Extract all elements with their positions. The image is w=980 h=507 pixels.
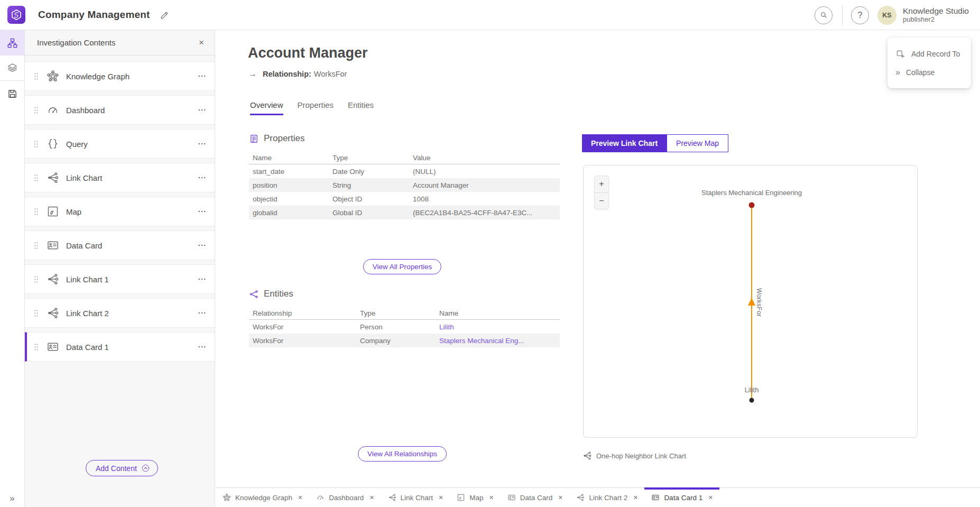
close-tab-icon[interactable]: × bbox=[439, 493, 443, 502]
bottom-tab-bar: Knowledge Graph × Dashboard × Link Chart… bbox=[216, 487, 980, 507]
close-tab-icon[interactable]: × bbox=[708, 493, 713, 502]
overflow-menu-icon[interactable] bbox=[197, 274, 207, 284]
relationship-subtitle: → Relationship: WorksFor bbox=[248, 69, 347, 79]
edit-title-icon[interactable] bbox=[160, 10, 170, 20]
drag-handle-icon[interactable] bbox=[32, 140, 41, 149]
entities-table: Relationship Type Name WorksFor Person L… bbox=[249, 307, 560, 347]
user-avatar[interactable]: KS bbox=[877, 6, 896, 25]
bottom-tab-label: Knowledge Graph bbox=[235, 494, 292, 502]
drag-handle-icon[interactable] bbox=[32, 173, 41, 182]
sidebar-item-label: Link Chart bbox=[66, 173, 102, 182]
link-chart-preview-panel[interactable]: + − Staplers Mechanical Engineering Work… bbox=[583, 165, 918, 438]
sidebar-item-map[interactable]: Map bbox=[25, 197, 215, 226]
view-all-properties-button[interactable]: View All Properties bbox=[363, 259, 441, 274]
table-header-row: Name Type Value bbox=[249, 152, 560, 164]
sidebar-item-query[interactable]: Query bbox=[25, 129, 215, 159]
close-tab-icon[interactable]: × bbox=[633, 493, 637, 502]
page-title: Account Manager bbox=[248, 45, 368, 61]
sidebar-item-link-chart-2[interactable]: Link Chart 2 bbox=[25, 298, 215, 328]
expand-panel-icon[interactable]: » bbox=[0, 493, 24, 504]
person-node[interactable] bbox=[750, 398, 754, 403]
properties-section-title: Properties bbox=[264, 133, 304, 144]
sidebar-item-label: Query bbox=[66, 140, 88, 149]
collapse-icon: » bbox=[895, 68, 900, 77]
relationship-value: WorksFor bbox=[314, 70, 347, 78]
overflow-menu-icon[interactable] bbox=[197, 207, 207, 216]
menu-item-collapse[interactable]: » Collapse bbox=[887, 63, 971, 81]
overflow-menu-icon[interactable] bbox=[197, 342, 207, 352]
data-card-icon bbox=[47, 239, 59, 252]
sidebar-item-dashboard[interactable]: Dashboard bbox=[25, 95, 215, 125]
bottom-tab-label: Dashboard bbox=[329, 494, 364, 502]
add-content-button[interactable]: Add Content bbox=[86, 460, 158, 476]
close-tab-icon[interactable]: × bbox=[489, 493, 493, 502]
drag-handle-icon[interactable] bbox=[32, 309, 41, 318]
search-icon bbox=[819, 11, 828, 20]
edge-label: WorksFor bbox=[755, 288, 763, 317]
help-button[interactable]: ? bbox=[851, 6, 869, 24]
preview-link-chart-button[interactable]: Preview Link Chart bbox=[582, 134, 667, 152]
main-content: Account Manager → Relationship: WorksFor… bbox=[216, 30, 980, 487]
query-icon bbox=[47, 137, 59, 150]
company-node-label[interactable]: Staplers Mechanical Engineering bbox=[701, 189, 802, 197]
bottom-tab-data-card[interactable]: Data Card × bbox=[501, 488, 570, 507]
drag-handle-icon[interactable] bbox=[32, 207, 41, 216]
sidebar-item-link-chart-1[interactable]: Link Chart 1 bbox=[25, 264, 215, 294]
preview-map-button[interactable]: Preview Map bbox=[667, 134, 728, 152]
app-logo-icon[interactable] bbox=[7, 6, 25, 24]
menu-item-add-record-to[interactable]: Add Record To bbox=[887, 44, 971, 63]
overflow-menu-icon[interactable] bbox=[197, 241, 207, 250]
bottom-tab-label: Map bbox=[469, 494, 483, 502]
sidebar-item-label: Link Chart 2 bbox=[66, 309, 109, 318]
column-header: Type bbox=[332, 154, 413, 162]
sidebar-item-knowledge-graph[interactable]: Knowledge Graph bbox=[25, 61, 215, 91]
investigation-title: Company Management bbox=[38, 9, 150, 21]
arrow-right-icon: → bbox=[248, 69, 257, 79]
person-node-label[interactable]: Lilith bbox=[745, 386, 759, 394]
bottom-tab-link-chart[interactable]: Link Chart × bbox=[381, 488, 450, 507]
entity-link-lilith[interactable]: Lilith bbox=[439, 323, 454, 331]
drag-handle-icon[interactable] bbox=[32, 343, 41, 352]
knowledge-graph-icon bbox=[223, 493, 231, 502]
entity-link-staplers[interactable]: Staplers Mechanical Eng... bbox=[439, 337, 524, 345]
bottom-tab-link-chart-2[interactable]: Link Chart 2 × bbox=[569, 488, 644, 507]
overflow-menu-icon[interactable] bbox=[197, 308, 207, 318]
zoom-out-button[interactable]: − bbox=[595, 193, 608, 209]
sidebar-item-data-card-1[interactable]: Data Card 1 bbox=[25, 332, 215, 362]
link-chart-icon bbox=[47, 273, 59, 285]
left-icon-rail: » bbox=[0, 30, 25, 507]
drag-handle-icon[interactable] bbox=[32, 106, 41, 115]
overflow-menu-icon[interactable] bbox=[197, 173, 207, 182]
bottom-tab-map[interactable]: Map × bbox=[450, 488, 500, 507]
drag-handle-icon[interactable] bbox=[32, 72, 41, 81]
close-tab-icon[interactable]: × bbox=[298, 493, 302, 502]
dashboard-icon bbox=[47, 104, 59, 116]
search-button[interactable] bbox=[815, 6, 833, 24]
close-tab-icon[interactable]: × bbox=[369, 493, 374, 502]
view-all-relationships-button[interactable]: View All Relationships bbox=[358, 446, 447, 462]
zoom-in-button[interactable]: + bbox=[595, 176, 608, 193]
company-node[interactable] bbox=[749, 202, 755, 208]
overflow-menu-icon[interactable] bbox=[197, 139, 207, 149]
tab-properties[interactable]: Properties bbox=[298, 100, 334, 115]
close-sidebar-icon[interactable]: × bbox=[199, 38, 204, 47]
tab-overview[interactable]: Overview bbox=[250, 100, 283, 115]
sidebar-item-link-chart[interactable]: Link Chart bbox=[25, 163, 215, 192]
bottom-tab-knowledge-graph[interactable]: Knowledge Graph × bbox=[216, 488, 309, 507]
bottom-tab-dashboard[interactable]: Dashboard × bbox=[309, 488, 381, 507]
overflow-menu-icon[interactable] bbox=[197, 105, 207, 115]
entities-section: Entities Relationship Type Name WorksFor… bbox=[249, 289, 560, 347]
rail-save-button[interactable] bbox=[0, 81, 24, 106]
sidebar-item-data-card[interactable]: Data Card bbox=[25, 231, 215, 260]
link-chart-icon bbox=[388, 493, 396, 502]
header-divider bbox=[842, 5, 843, 25]
rail-investigation-contents-button[interactable] bbox=[0, 30, 24, 56]
tab-entities[interactable]: Entities bbox=[348, 100, 374, 115]
user-name: Knowledge Studio bbox=[903, 6, 969, 16]
drag-handle-icon[interactable] bbox=[32, 275, 41, 284]
overflow-menu-icon[interactable] bbox=[197, 71, 207, 81]
rail-layers-button[interactable] bbox=[0, 56, 24, 81]
bottom-tab-data-card-1[interactable]: Data Card 1 × bbox=[644, 488, 719, 507]
drag-handle-icon[interactable] bbox=[32, 241, 41, 250]
close-tab-icon[interactable]: × bbox=[558, 493, 562, 502]
